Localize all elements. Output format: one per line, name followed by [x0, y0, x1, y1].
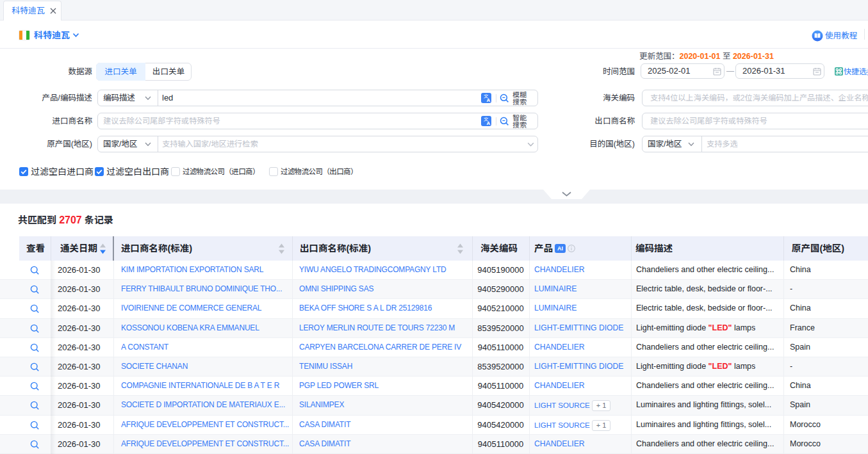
svg-text:A: A [487, 97, 491, 103]
svg-text:A: A [487, 120, 491, 126]
